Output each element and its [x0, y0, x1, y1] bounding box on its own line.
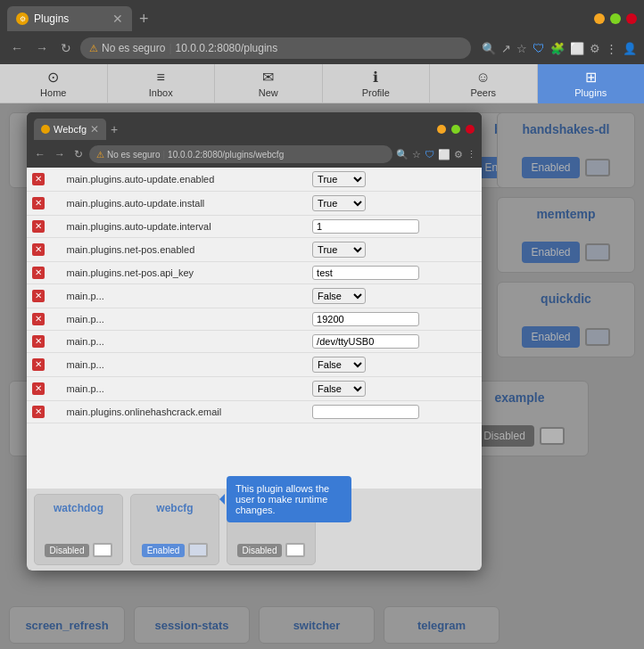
config-key-3: main.plugins.net-pos.enabled [67, 244, 195, 255]
peers-icon: ☺ [476, 70, 491, 86]
webcfg-popup: Webcfg ✕ + ← → ↻ ⚠ No es seguro | [27, 112, 482, 571]
popup-maximize[interactable] [451, 125, 460, 134]
popup-tab-favicon [41, 125, 50, 134]
popup-minimize[interactable] [437, 125, 446, 134]
nav-inbox[interactable]: ≡ Inbox [108, 64, 216, 103]
config-del-10[interactable]: ✕ [32, 406, 45, 418]
popup-tab-title: Webcfg [54, 124, 87, 135]
popup-url-input[interactable]: ⚠ No es seguro | 10.0.0.2:8080/plugins/w… [89, 145, 392, 163]
config-val-2[interactable] [312, 219, 419, 234]
config-del-5[interactable]: ✕ [32, 290, 45, 302]
config-del-7[interactable]: ✕ [32, 335, 45, 348]
config-del-3[interactable]: ✕ [32, 243, 45, 256]
nav-profile[interactable]: ℹ Profile [323, 64, 431, 103]
config-row-3: ✕ main.plugins.net-pos.enabled TrueFalse [27, 238, 482, 262]
config-val-1[interactable]: TrueFalse [312, 195, 366, 211]
mini-plugin-webcfg[interactable]: webcfg Enabled [130, 494, 219, 565]
nav-profile-label: Profile [362, 87, 390, 98]
new-tab-button[interactable]: + [139, 10, 149, 29]
toolbar-icons: 🔍 ↗ ☆ 🛡 🧩 ⬜ ⚙ ⋮ 👤 [482, 41, 637, 55]
config-del-0[interactable]: ✕ [32, 173, 45, 185]
bookmark-icon: ☆ [516, 42, 527, 55]
mini-enable-watchdog[interactable]: Disabled [45, 544, 90, 557]
avatar-icon: 👤 [623, 42, 637, 55]
popup-overlay: Webcfg ✕ + ← → ↻ ⚠ No es seguro | [0, 103, 644, 649]
popup-menu-icon[interactable]: ⋮ [466, 149, 476, 160]
mini-toggle-watchdog: Disabled [45, 543, 113, 557]
popup-tab[interactable]: Webcfg ✕ [34, 119, 106, 140]
config-row-7: ✕ main.p... [27, 331, 482, 353]
url-text: 10.0.0.2:8080/plugins [176, 42, 278, 54]
config-key-4: main.plugins.net-pos.api_key [67, 267, 194, 278]
maximize-button[interactable] [610, 13, 621, 24]
popup-tab-close[interactable]: ✕ [90, 123, 99, 136]
main-content: aircrackonly Enabled auto-update Enabled… [0, 103, 644, 649]
config-del-1[interactable]: ✕ [32, 197, 45, 209]
popup-star-icon: ☆ [412, 149, 421, 160]
home-icon: ⊙ [47, 69, 59, 86]
popup-bottom-area: watchdog Disabled webcfg Enabled [27, 489, 482, 571]
config-val-3[interactable]: TrueFalse [312, 242, 366, 258]
popup-url-text: 10.0.0.2:8080/plugins/webcfg [168, 150, 284, 160]
config-del-9[interactable]: ✕ [32, 382, 45, 395]
config-val-10[interactable] [312, 405, 419, 419]
config-del-8[interactable]: ✕ [32, 358, 45, 371]
mini-toggle-webcfg: Enabled [142, 543, 209, 557]
mini-enable-webcfg[interactable]: Enabled [142, 544, 186, 557]
nav-peers[interactable]: ☺ Peers [430, 64, 538, 103]
config-row-1: ✕ main.plugins.auto-update.install TrueF… [27, 192, 482, 216]
tab-close-button[interactable]: ✕ [112, 12, 123, 26]
security-warning-text: No es seguro [102, 42, 165, 54]
popup-reload[interactable]: ↻ [71, 147, 86, 161]
webcfg-tooltip: This plugin allows the user to make runt… [227, 476, 351, 522]
popup-warn-icon: ⚠ [96, 150, 104, 160]
window-close-button[interactable] [626, 13, 637, 24]
tab-title: Plugins [34, 12, 105, 25]
config-row-8: ✕ main.p... FalseTrue [27, 353, 482, 377]
plugins-icon: ⊞ [585, 69, 597, 86]
mini-switch-wpa-sec[interactable] [285, 543, 305, 557]
popup-back[interactable]: ← [32, 147, 48, 161]
config-val-0[interactable]: TrueFalse [312, 171, 366, 187]
address-bar: ← → ↻ ⚠ No es seguro | 10.0.0.2:8080/plu… [0, 32, 644, 64]
browser-tab[interactable]: ⚙ Plugins ✕ [7, 6, 132, 31]
config-del-6[interactable]: ✕ [32, 313, 45, 325]
nav-peers-label: Peers [470, 87, 496, 98]
mini-switch-webcfg[interactable] [188, 543, 208, 557]
minimize-button[interactable] [594, 13, 605, 24]
popup-forward[interactable]: → [52, 147, 68, 161]
inbox-icon: ≡ [157, 70, 165, 86]
config-val-7[interactable] [312, 334, 419, 349]
nav-plugins[interactable]: ⊞ Plugins [538, 64, 645, 103]
tab-bar: ⚙ Plugins ✕ + [0, 0, 644, 32]
url-input[interactable]: ⚠ No es seguro | 10.0.0.2:8080/plugins [80, 37, 471, 59]
popup-toolbar: 🔍 ☆ 🛡 ⬜ ⚙ ⋮ [396, 149, 476, 160]
nav-new[interactable]: ✉ New [215, 64, 323, 103]
config-table: ✕ main.plugins.auto-update.enabled TrueF… [27, 168, 482, 423]
nav-inbox-label: Inbox [149, 87, 173, 98]
config-val-6[interactable] [312, 312, 419, 326]
reload-button[interactable]: ↻ [57, 39, 75, 57]
menu-icon[interactable]: ⋮ [606, 42, 617, 55]
config-val-5[interactable]: FalseTrue [312, 288, 366, 304]
popup-ext2-icon: ⚙ [454, 149, 463, 160]
mini-switch-watchdog[interactable] [93, 543, 112, 557]
config-val-4[interactable] [312, 266, 419, 280]
config-val-9[interactable]: FalseTrue [312, 381, 366, 397]
config-del-2[interactable]: ✕ [32, 220, 45, 233]
back-button[interactable]: ← [7, 39, 27, 57]
nav-home[interactable]: ⊙ Home [0, 64, 108, 103]
popup-shield-icon: 🛡 [425, 149, 434, 160]
config-val-8[interactable]: FalseTrue [312, 357, 366, 373]
mini-plugin-name-webcfg: webcfg [156, 502, 193, 514]
mini-enable-wpa-sec[interactable]: Disabled [237, 544, 283, 557]
config-del-4[interactable]: ✕ [32, 267, 45, 279]
config-row-10: ✕ main.plugins.onlinehashcrack.email [27, 401, 482, 423]
popup-address-bar: ← → ↻ ⚠ No es seguro | 10.0.0.2:8080/plu… [27, 141, 482, 168]
mini-plugin-watchdog[interactable]: watchdog Disabled [34, 494, 123, 565]
config-key-9: main.p... [67, 383, 104, 394]
forward-button[interactable]: → [32, 39, 52, 57]
popup-close[interactable] [466, 125, 475, 134]
popup-new-tab[interactable]: + [111, 122, 118, 136]
config-key-1: main.plugins.auto-update.install [67, 198, 205, 209]
